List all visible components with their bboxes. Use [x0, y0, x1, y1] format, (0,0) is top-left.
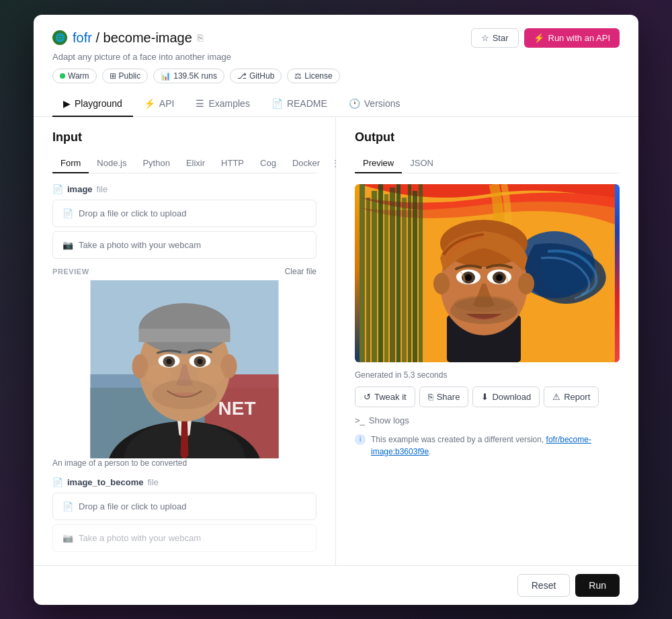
- badge-public-label: Public: [119, 71, 141, 81]
- image-to-become-field-label: 📄 image_to_become file: [52, 477, 317, 487]
- playground-icon: ▶: [63, 98, 71, 109]
- sub-tab-http[interactable]: HTTP: [213, 154, 252, 173]
- input-panel: Input Form Node.js Python Elixir HTTP: [34, 117, 336, 565]
- star-label: Star: [493, 33, 509, 43]
- run-api-button[interactable]: ⚡ Run with an API: [524, 28, 620, 48]
- svg-rect-33: [396, 184, 401, 362]
- tab-api[interactable]: ⚡ API: [133, 91, 185, 117]
- svg-point-50: [465, 274, 472, 281]
- report-label: Report: [564, 392, 590, 402]
- share-label: Share: [437, 392, 460, 402]
- api-icon: ⚡: [534, 33, 544, 43]
- image-to-become-type: file: [147, 477, 159, 487]
- github-icon: ⎇: [237, 71, 247, 81]
- clear-file-button[interactable]: Clear file: [285, 267, 317, 276]
- sub-tab-elixir[interactable]: Elixir: [178, 154, 213, 173]
- sub-tab-form[interactable]: Form: [52, 154, 89, 173]
- badge-license-label: License: [304, 71, 332, 81]
- preview-image: NET: [52, 280, 317, 458]
- repo-subtitle: Adapt any picture of a face into another…: [52, 52, 620, 62]
- tab-playground[interactable]: ▶ Playground: [52, 91, 133, 117]
- badge-public: ⊞ Public: [102, 69, 149, 83]
- tab-examples[interactable]: ☰ Examples: [185, 91, 260, 117]
- svg-point-22: [144, 364, 171, 384]
- show-logs-toggle[interactable]: >_ Show logs: [355, 415, 620, 425]
- example-suffix: .: [429, 447, 431, 456]
- example-notice-prefix: This example was created by a different …: [371, 435, 544, 444]
- svg-point-23: [198, 364, 225, 384]
- image-upload-box[interactable]: 📄 Drop a file or click to upload: [52, 200, 317, 227]
- scale-icon: ⚖: [294, 71, 302, 81]
- run-button[interactable]: Run: [575, 574, 620, 597]
- svg-point-19: [167, 359, 172, 364]
- badge-runs-label: 139.5K runs: [173, 71, 217, 81]
- sub-tab-python[interactable]: Python: [134, 154, 177, 173]
- image-description: An image of a person to be converted: [52, 458, 317, 468]
- svg-rect-36: [413, 191, 417, 362]
- header-buttons: ☆ Star ⚡ Run with an API: [471, 28, 620, 48]
- upload-text: Drop a file or click to upload: [79, 208, 186, 218]
- webcam-box-2[interactable]: 📷 Take a photo with your webcam: [52, 524, 317, 552]
- output-panel: Output Preview JSON: [336, 117, 638, 565]
- sub-tab-docker-label: Docker: [292, 158, 320, 168]
- tab-examples-label: Examples: [208, 98, 249, 109]
- badge-warm: Warm: [52, 69, 97, 83]
- svg-point-45: [518, 273, 534, 294]
- report-icon: ⚠: [552, 392, 560, 402]
- svg-point-20: [198, 359, 203, 364]
- svg-point-51: [496, 274, 503, 281]
- content-area: Input Form Node.js Python Elixir HTTP: [34, 117, 638, 565]
- svg-rect-37: [419, 184, 423, 362]
- run-api-label: Run with an API: [548, 33, 611, 43]
- svg-point-53: [454, 296, 514, 312]
- badge-github[interactable]: ⎇ GitHub: [230, 69, 282, 83]
- webcam-box[interactable]: 📷 Take a photo with your webcam: [52, 231, 317, 259]
- sub-tabs-overflow[interactable]: ⋮: [328, 154, 343, 173]
- file-icon-image: 📄: [52, 184, 63, 194]
- copy-icon[interactable]: ⎘: [198, 32, 203, 43]
- star-icon: ☆: [481, 33, 489, 43]
- sub-tab-cog[interactable]: Cog: [252, 154, 284, 173]
- webcam-text: Take a photo with your webcam: [79, 240, 201, 250]
- output-painting: [355, 184, 620, 362]
- input-title: Input: [52, 130, 317, 145]
- svg-rect-31: [384, 194, 388, 362]
- header-top: 🌐 fofr / become-image ⎘ ☆ Star ⚡ Run wit…: [52, 28, 620, 48]
- grid-icon: ⊞: [110, 71, 116, 81]
- tab-versions-label: Versions: [364, 98, 401, 109]
- tab-versions[interactable]: 🕐 Versions: [338, 91, 411, 117]
- upload-file-icon: 📄: [62, 208, 73, 218]
- chevron-right-icon: >_: [355, 415, 365, 425]
- svg-rect-30: [378, 184, 383, 362]
- readme-icon: 📄: [271, 98, 283, 109]
- badge-license[interactable]: ⚖ License: [287, 69, 339, 83]
- share-icon: ⎘: [428, 392, 433, 402]
- image-field-label: 📄 image file: [52, 184, 317, 194]
- preview-label-row: PREVIEW Clear file: [52, 267, 317, 276]
- preview-label: PREVIEW: [52, 267, 89, 276]
- badge-warm-label: Warm: [68, 71, 89, 81]
- sub-tab-docker[interactable]: Docker: [284, 154, 328, 173]
- svg-point-21: [153, 380, 217, 409]
- star-button[interactable]: ☆ Star: [471, 28, 519, 48]
- nav-tabs: ▶ Playground ⚡ API ☰ Examples 📄 README 🕐…: [52, 91, 620, 116]
- tweak-button[interactable]: ↺ Tweak it: [355, 386, 415, 407]
- tab-readme[interactable]: 📄 README: [261, 91, 338, 117]
- example-notice-text: This example was created by a different …: [371, 434, 620, 458]
- sub-tab-cog-label: Cog: [260, 158, 276, 168]
- output-sub-tabs: Preview JSON: [355, 154, 620, 173]
- examples-icon: ☰: [196, 98, 204, 109]
- report-button[interactable]: ⚠ Report: [544, 386, 599, 407]
- output-sub-tab-preview[interactable]: Preview: [355, 154, 402, 173]
- output-svg: [355, 184, 620, 362]
- download-button[interactable]: ⬇ Download: [472, 386, 540, 407]
- output-json-label: JSON: [410, 158, 433, 168]
- output-sub-tab-json[interactable]: JSON: [402, 154, 442, 173]
- username: fofr: [73, 30, 92, 45]
- badge-github-label: GitHub: [249, 71, 274, 81]
- sub-tab-nodejs[interactable]: Node.js: [89, 154, 134, 173]
- image-to-become-upload-box[interactable]: 📄 Drop a file or click to upload: [52, 493, 317, 520]
- reset-button[interactable]: Reset: [517, 574, 571, 597]
- sub-tab-nodejs-label: Node.js: [97, 158, 126, 168]
- share-button[interactable]: ⎘ Share: [419, 386, 469, 407]
